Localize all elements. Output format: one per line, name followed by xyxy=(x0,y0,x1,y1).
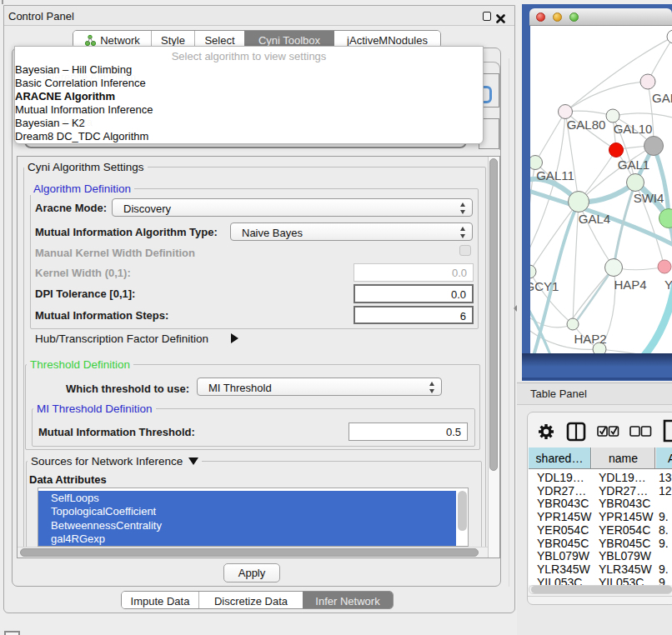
svg-text:GAL2: GAL2 xyxy=(652,91,672,105)
svg-text:SWI4: SWI4 xyxy=(634,191,664,205)
svg-text:GAL4: GAL4 xyxy=(579,212,610,226)
svg-text:GCY1: GCY1 xyxy=(530,279,559,293)
svg-text:YJ: YJ xyxy=(664,278,672,292)
svg-text:GAL1: GAL1 xyxy=(618,158,649,172)
svg-text:GAL11: GAL11 xyxy=(536,168,574,182)
svg-text:GAL80: GAL80 xyxy=(567,118,606,132)
svg-text:HAP4: HAP4 xyxy=(614,278,646,292)
svg-text:HAP2: HAP2 xyxy=(574,332,606,346)
svg-text:GAL10: GAL10 xyxy=(614,122,653,136)
